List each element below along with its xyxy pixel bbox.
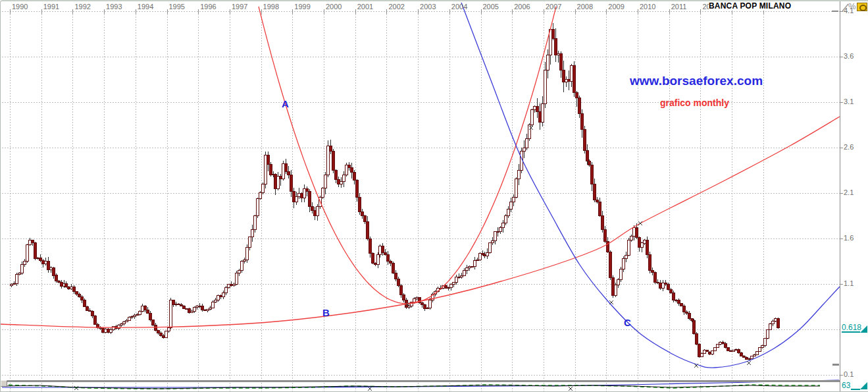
candle xyxy=(576,92,578,98)
candle xyxy=(588,161,591,165)
last-price-flag-icon xyxy=(860,325,867,333)
price-chart-canvas[interactable] xyxy=(1,1,868,392)
curve-label-c: C xyxy=(624,317,631,328)
candle xyxy=(345,165,348,175)
candle xyxy=(267,155,270,164)
candle xyxy=(615,285,617,296)
candle xyxy=(359,198,361,212)
candle xyxy=(141,306,144,311)
candle xyxy=(641,243,644,248)
candle xyxy=(722,342,725,343)
candle xyxy=(172,300,175,305)
candle xyxy=(209,308,212,309)
percent-scale-icon[interactable]: % xyxy=(848,1,856,11)
candle xyxy=(586,150,589,161)
candle xyxy=(65,283,68,287)
candle xyxy=(11,284,13,286)
candle xyxy=(670,289,673,293)
candle xyxy=(649,255,651,271)
candle xyxy=(126,320,128,322)
candle xyxy=(777,318,780,327)
candle xyxy=(285,164,288,171)
candle xyxy=(775,318,777,321)
year-label: 2008 xyxy=(577,3,593,11)
candle xyxy=(400,286,403,295)
candle xyxy=(536,107,539,112)
price-tick-label: 1.1 xyxy=(844,279,854,287)
candle xyxy=(317,206,319,216)
candle xyxy=(225,288,228,293)
candle xyxy=(81,296,84,300)
axis-scale-handle-top[interactable] xyxy=(832,11,838,12)
chart-window: 1990199119921993199419951996199719981999… xyxy=(0,0,868,392)
candle xyxy=(526,139,528,148)
curve-label-a: A xyxy=(282,98,289,109)
candle xyxy=(157,331,160,333)
candle xyxy=(356,180,359,198)
candle xyxy=(165,331,168,337)
candle xyxy=(113,327,115,329)
price-tick-label: 2.1 xyxy=(844,188,854,196)
candle xyxy=(290,175,293,192)
candle xyxy=(688,313,691,319)
candle xyxy=(680,304,683,306)
axis-price-tick-marker xyxy=(832,364,839,366)
candle xyxy=(539,112,542,123)
candle xyxy=(416,298,419,298)
candle xyxy=(233,285,236,286)
indicator-value-underline xyxy=(851,389,860,390)
candle xyxy=(732,350,735,351)
candle xyxy=(667,284,670,289)
curve-c xyxy=(461,3,840,368)
candle xyxy=(298,193,301,197)
candle xyxy=(86,307,89,310)
candle xyxy=(73,287,76,291)
candle xyxy=(53,267,55,275)
candle xyxy=(617,279,620,285)
candle xyxy=(395,273,397,279)
year-label: 1998 xyxy=(263,3,279,11)
candle xyxy=(769,324,772,330)
candle xyxy=(479,253,482,260)
candle xyxy=(243,260,246,261)
panel-splitter[interactable] xyxy=(1,380,840,382)
last-price-label: 0.618 xyxy=(842,323,861,332)
instrument-title: BANCA POP MILANO xyxy=(709,1,793,11)
candle xyxy=(458,277,461,277)
candle xyxy=(510,202,513,210)
splitter-handle-button[interactable] xyxy=(1,380,7,387)
candle xyxy=(426,308,429,308)
candle xyxy=(601,216,604,230)
candle xyxy=(714,348,717,351)
gold-chart-button-icon[interactable] xyxy=(857,3,867,11)
price-tick-label: 3.6 xyxy=(844,52,854,60)
candle xyxy=(450,284,453,288)
year-label: 2001 xyxy=(357,3,373,11)
candle xyxy=(696,334,698,344)
candle xyxy=(220,295,222,296)
candle xyxy=(131,317,134,318)
candle xyxy=(630,237,633,240)
candle xyxy=(118,325,120,328)
candle xyxy=(241,261,243,270)
candle xyxy=(735,349,738,350)
candle xyxy=(68,287,70,289)
watermark-subtitle: grafico monthly xyxy=(660,98,729,108)
candle xyxy=(746,357,748,360)
candle xyxy=(518,171,521,179)
candle xyxy=(201,306,204,310)
candle xyxy=(47,261,50,270)
candle xyxy=(120,324,123,325)
candle xyxy=(175,304,178,304)
candle xyxy=(502,223,505,227)
candle xyxy=(343,175,345,181)
candle xyxy=(230,285,233,286)
last-price-underline xyxy=(842,331,860,333)
candle xyxy=(288,171,290,175)
candle xyxy=(397,279,400,285)
candle xyxy=(144,306,147,310)
candle xyxy=(249,237,251,248)
candle xyxy=(254,216,257,230)
candle xyxy=(270,164,272,175)
candle xyxy=(32,240,34,243)
